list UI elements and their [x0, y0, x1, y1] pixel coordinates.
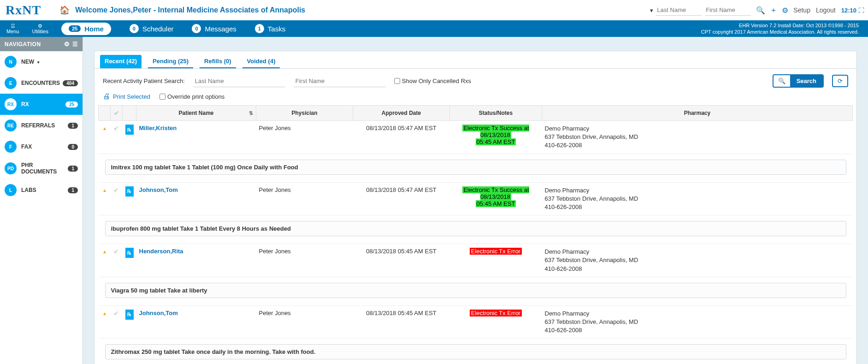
col-physician[interactable]: Physician — [256, 106, 353, 121]
nav-messages[interactable]: 0 Messages — [192, 24, 236, 33]
utilities-button[interactable]: ⚙ Utilities — [26, 20, 55, 37]
override-checkbox-label[interactable]: Override print options — [159, 93, 224, 100]
cancelled-checkbox-label[interactable]: Show Only Cancelled Rxs — [394, 78, 471, 84]
header-firstname-input[interactable] — [705, 5, 751, 16]
expand-icon[interactable]: ▴ — [103, 310, 106, 316]
sidebar-item-referrals[interactable]: REREFERRALS1 — [0, 115, 83, 136]
expand-icon[interactable]: ▴ — [103, 248, 106, 255]
sidebar-item-labs[interactable]: LLABS1 — [0, 179, 83, 201]
patient-link[interactable]: Johnson,Tom — [139, 186, 178, 193]
status-success: Electronic Tx Success at 08/13/2018 — [462, 125, 529, 138]
nav-home[interactable]: 25 Home — [61, 23, 111, 35]
pharmacy-cell: Demo Pharmacy637 Tebbston Drive, Annapol… — [542, 244, 853, 277]
logout-link[interactable]: Logout — [816, 6, 836, 14]
col-status[interactable]: Status/Notes — [450, 106, 542, 121]
col-expand[interactable] — [99, 106, 111, 121]
check-icon: ✔ — [114, 109, 119, 117]
check-icon[interactable]: ✔ — [113, 248, 119, 255]
sidebar-abbr: RX — [5, 98, 17, 110]
refresh-button[interactable]: ⟳ — [832, 75, 848, 87]
physician-cell: Peter Jones — [256, 121, 353, 154]
sidebar-item-label: ENCOUNTERS — [21, 80, 63, 86]
sidebar: NAVIGATION ⚙ ☰ NNEW ▾EENCOUNTERS404RXRX2… — [0, 37, 83, 364]
sidebar-count: 1 — [68, 187, 78, 193]
sidebar-abbr: N — [5, 56, 17, 68]
pharmacy-cell: Demo Pharmacy637 Tebbston Drive, Annapol… — [542, 121, 853, 154]
scheduler-badge: 0 — [130, 24, 139, 33]
sidebar-item-label: PHR DOCUMENTS — [21, 162, 68, 175]
header-lastname-input[interactable] — [656, 5, 702, 16]
search-lastname-input[interactable] — [193, 75, 285, 87]
col-approved[interactable]: Approved Date — [353, 106, 450, 121]
search-button[interactable]: Search — [790, 75, 823, 87]
add-icon[interactable]: ＋ — [770, 6, 777, 15]
col-patient[interactable]: Patient Name⇅ — [136, 106, 256, 121]
medication-row: Viagra 50 mg tablet Take at liberty — [99, 277, 853, 305]
tab-pending-[interactable]: Pending (25) — [148, 55, 193, 68]
tasks-badge: 1 — [255, 24, 264, 33]
expand-icon[interactable]: ▴ — [103, 187, 106, 193]
home-icon[interactable]: 🏠 — [59, 5, 70, 15]
sidebar-item-new[interactable]: NNEW ▾ — [0, 51, 83, 72]
tab-refills-[interactable]: Refills (0) — [200, 55, 236, 68]
date-cell: 08/13/2018 05:47 AM EST — [353, 182, 450, 215]
col-check[interactable]: ✔ — [111, 106, 123, 121]
date-cell: 08/13/2018 05:45 AM EST — [353, 244, 450, 277]
search-row: Recent Activity Patient Search: Show Onl… — [94, 69, 856, 90]
menu-icon[interactable]: ☰ — [72, 41, 78, 48]
sidebar-item-label: REFERRALS — [21, 122, 68, 129]
status-error: Electronic Tx Error — [470, 310, 522, 316]
search-firstname-input[interactable] — [294, 75, 386, 87]
rx-icon: ℞ — [125, 125, 134, 135]
gear-icon[interactable]: ⚙ — [64, 41, 70, 48]
sidebar-item-rx[interactable]: RXRX25 — [0, 94, 83, 115]
sidebar-item-phr-documents[interactable]: PDPHR DOCUMENTS1 — [0, 157, 83, 179]
setup-link[interactable]: Setup — [793, 6, 810, 14]
physician-cell: Peter Jones — [256, 182, 353, 215]
gear-icon[interactable]: ⚙ — [782, 6, 788, 15]
tab-recent-[interactable]: Recent (42) — [100, 55, 142, 68]
sidebar-item-fax[interactable]: FFAX0 — [0, 136, 83, 157]
expand-icon[interactable]: ⛶ — [858, 7, 864, 14]
search-icon[interactable]: 🔍 — [774, 75, 790, 87]
override-checkbox[interactable] — [159, 94, 165, 100]
date-cell: 08/13/2018 05:45 AM EST — [353, 305, 450, 339]
sidebar-count: 404 — [63, 80, 78, 86]
search-icon[interactable]: 🔍 — [756, 6, 765, 15]
status-cell: Electronic Tx Success at 08/13/201805:45… — [450, 121, 542, 154]
clock: 12:10 — [841, 7, 856, 14]
cancelled-checkbox[interactable] — [394, 78, 400, 84]
physician-cell: Peter Jones — [256, 244, 353, 277]
patient-link[interactable]: Henderson,Rita — [139, 248, 183, 255]
expand-icon[interactable]: ▴ — [103, 125, 106, 131]
patient-link[interactable]: Miller,Kristen — [139, 125, 177, 131]
nav-tasks[interactable]: 1 Tasks — [255, 24, 285, 33]
table-row: ▴✔℞Miller,KristenPeter Jones08/13/2018 0… — [99, 121, 853, 154]
gear-icon: ⚙ — [38, 24, 42, 29]
medication-detail: ibuprofen 800 mg tablet Take 1 Tablet Ev… — [105, 221, 846, 236]
medication-detail: Imitrex 100 mg tablet Take 1 Tablet (100… — [105, 160, 846, 175]
col-pharmacy[interactable]: Pharmacy — [542, 106, 853, 121]
print-icon: 🖨 — [103, 92, 110, 101]
check-icon[interactable]: ✔ — [113, 125, 119, 132]
rx-panel: Recent (42)Pending (25)Refills (0)Voided… — [94, 51, 857, 364]
sidebar-count: 1 — [68, 166, 78, 172]
sidebar-item-encounters[interactable]: EENCOUNTERS404 — [0, 72, 83, 94]
menu-button[interactable]: ☰ Menu — [0, 20, 26, 37]
check-icon[interactable]: ✔ — [113, 310, 119, 317]
col-rx-icon — [123, 106, 136, 121]
sort-icon[interactable]: ⇅ — [249, 110, 253, 116]
check-icon[interactable]: ✔ — [113, 186, 119, 194]
table-row: ▴✔℞Henderson,RitaPeter Jones08/13/2018 0… — [99, 244, 853, 277]
nav-scheduler[interactable]: 0 Scheduler — [130, 24, 174, 33]
sidebar-item-label: FAX — [21, 143, 68, 150]
search-dropdown-icon[interactable]: ▾ — [650, 7, 653, 14]
medication-row: Imitrex 100 mg tablet Take 1 Tablet (100… — [99, 154, 853, 182]
table-row: ▴✔℞Johnson,TomPeter Jones08/13/2018 05:4… — [99, 305, 853, 339]
tab-voided-[interactable]: Voided (4) — [242, 55, 280, 68]
status-cell: Electronic Tx Success at 08/13/201805:45… — [450, 182, 542, 215]
patient-link[interactable]: Johnson,Tom — [139, 310, 178, 316]
sidebar-item-label: RX — [21, 101, 65, 107]
sidebar-item-label: LABS — [21, 187, 68, 193]
print-selected-button[interactable]: 🖨 Print Selected — [103, 92, 150, 101]
